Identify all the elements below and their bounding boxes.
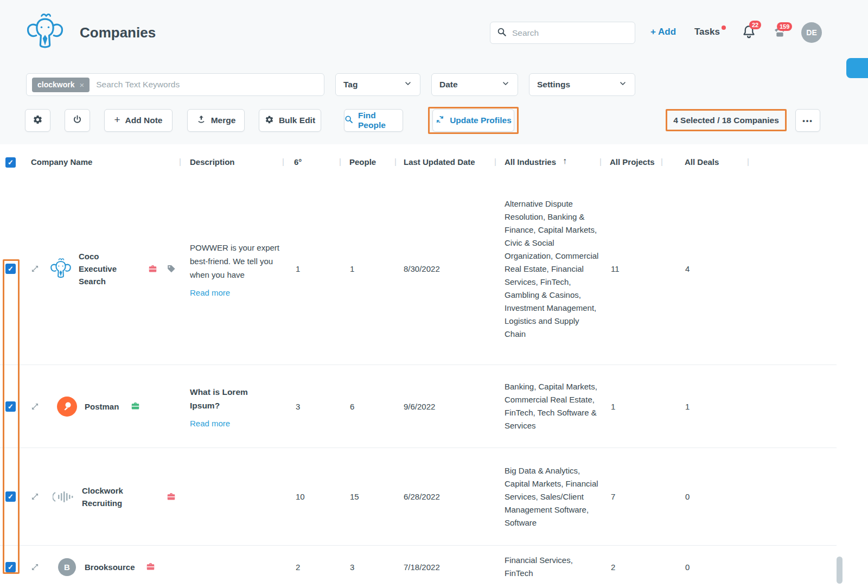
merge-icon <box>196 114 206 126</box>
chevron-down-icon <box>404 79 412 90</box>
degrees-value: 1 <box>296 173 300 365</box>
filter-chip[interactable]: clockwork × <box>32 78 90 92</box>
last-updated-date: 7/18/2022 <box>404 546 440 588</box>
tag-filter-dropdown[interactable]: Tag <box>335 73 420 96</box>
column-header-degrees[interactable]: 6° <box>294 157 302 167</box>
merge-button[interactable]: Merge <box>187 109 245 132</box>
keyword-search-input[interactable] <box>96 80 318 90</box>
update-profiles-button[interactable]: Update Profiles <box>432 109 514 132</box>
column-separator: | <box>747 157 749 166</box>
search-icon <box>497 27 507 39</box>
last-updated-date: 9/6/2022 <box>404 365 435 448</box>
tasks-notification-dot <box>722 25 726 30</box>
settings-filter-dropdown[interactable]: Settings <box>529 73 635 96</box>
column-separator: | <box>599 157 602 166</box>
search-icon <box>344 115 353 126</box>
page-title: Companies <box>80 24 156 41</box>
side-panel-tab[interactable] <box>846 58 868 78</box>
bulk-edit-button[interactable]: Bulk Edit <box>259 109 321 132</box>
column-separator: | <box>339 157 341 166</box>
industries-list: Financial Services, FinTech <box>505 546 600 588</box>
company-name[interactable]: Clockwork Recruiting <box>82 448 130 545</box>
chevron-down-icon <box>618 79 627 90</box>
expand-icon[interactable] <box>31 448 39 545</box>
column-header-last-updated[interactable]: Last Updated Date <box>404 157 475 167</box>
global-search-input[interactable] <box>512 28 628 38</box>
table-row[interactable]: Coco Executive Search POWWER is your exp… <box>0 173 837 365</box>
deals-count: 0 <box>685 448 690 545</box>
add-note-button[interactable]: + Add Note <box>104 109 173 132</box>
user-avatar[interactable]: DE <box>801 22 822 43</box>
briefcase-icon <box>166 491 176 502</box>
last-updated-date: 6/28/2022 <box>404 448 440 545</box>
degrees-value: 3 <box>296 365 300 448</box>
row-checkbox[interactable] <box>5 562 16 572</box>
company-name[interactable]: Coco Executive Search <box>79 173 126 365</box>
global-search[interactable] <box>490 22 635 44</box>
chevron-down-icon <box>501 79 510 90</box>
company-logo: B <box>58 546 76 588</box>
phone-icon <box>773 31 787 41</box>
company-description: What is Lorem Ipsum? <box>190 385 258 412</box>
table-row[interactable]: B Brooksource 2 3 7/18/2022 Financial Se… <box>0 545 837 588</box>
table-row[interactable]: Postman What is Lorem Ipsum? Read more 3… <box>0 365 837 448</box>
gear-icon <box>265 115 274 126</box>
find-people-button[interactable]: Find People <box>344 109 403 132</box>
add-button[interactable]: + Add <box>650 27 676 37</box>
column-header-description[interactable]: Description <box>190 157 235 167</box>
projects-count: 11 <box>611 173 620 365</box>
tag-filter-label: Tag <box>343 80 358 90</box>
column-header-projects[interactable]: All Projects <box>610 157 655 167</box>
row-checkbox[interactable] <box>5 491 16 502</box>
industries-list: Big Data & Analytics, Capital Markets, F… <box>505 448 600 545</box>
update-profiles-icon <box>435 114 445 126</box>
company-monogram: B <box>58 558 76 576</box>
expand-icon[interactable] <box>31 546 39 588</box>
sort-ascending-icon[interactable]: ↑ <box>563 156 567 166</box>
vertical-scrollbar[interactable] <box>837 557 843 584</box>
notifications-button[interactable]: 22 <box>742 24 758 41</box>
tasks-button[interactable]: Tasks <box>694 27 720 37</box>
keyword-filter[interactable]: clockwork × <box>26 73 324 96</box>
column-header-people[interactable]: People <box>349 157 376 167</box>
settings-filter-label: Settings <box>537 80 570 90</box>
power-button[interactable] <box>65 109 90 132</box>
company-name[interactable]: Postman <box>85 365 119 448</box>
update-profiles-label: Update Profiles <box>450 116 512 125</box>
companies-page: Companies + Add Tasks 22 159 DE clockwor… <box>0 0 868 588</box>
company-logo <box>53 448 78 545</box>
chip-close-icon[interactable]: × <box>79 80 84 90</box>
table-row[interactable]: Clockwork Recruiting 10 15 6/28/2022 Big… <box>0 448 837 545</box>
people-count: 6 <box>350 365 354 448</box>
expand-icon[interactable] <box>31 365 39 448</box>
add-note-label: Add Note <box>125 116 163 125</box>
expand-icon[interactable] <box>31 173 39 365</box>
column-header-name[interactable]: Company Name <box>31 157 92 167</box>
date-filter-dropdown[interactable]: Date <box>431 73 518 96</box>
read-more-link[interactable]: Read more <box>190 419 258 428</box>
deals-count: 4 <box>685 173 690 365</box>
date-filter-label: Date <box>439 80 458 90</box>
tag-icon <box>166 264 176 274</box>
row-checkbox[interactable] <box>5 264 16 274</box>
calls-button[interactable]: 159 <box>773 24 789 41</box>
column-header-industries[interactable]: All Industries <box>505 157 556 167</box>
select-all-checkbox[interactable] <box>5 157 16 168</box>
bulk-edit-label: Bulk Edit <box>279 116 315 125</box>
projects-count: 2 <box>611 546 615 588</box>
merge-label: Merge <box>211 116 236 125</box>
row-checkbox[interactable] <box>5 401 16 412</box>
company-name[interactable]: Brooksource <box>85 546 135 588</box>
column-header-deals[interactable]: All Deals <box>685 157 719 167</box>
briefcase-icon <box>130 401 141 412</box>
calls-badge: 159 <box>777 22 792 31</box>
power-icon <box>72 114 82 127</box>
column-separator: | <box>394 157 397 166</box>
app-logo <box>24 10 66 55</box>
more-actions-button[interactable]: ••• <box>795 109 820 132</box>
settings-button[interactable] <box>25 109 50 132</box>
gear-icon <box>33 114 43 127</box>
degrees-value: 2 <box>296 546 300 588</box>
read-more-link[interactable]: Read more <box>190 288 282 297</box>
last-updated-date: 8/30/2022 <box>404 173 440 365</box>
